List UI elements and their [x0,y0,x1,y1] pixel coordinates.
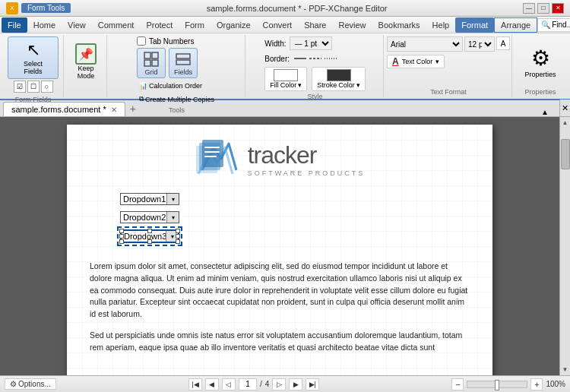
svg-rect-3 [152,60,158,66]
logo-text-area: tracker SOFTWARE PRODUCTS [248,141,366,177]
keep-mode-label: KeepMode [78,65,95,80]
handle-mr [176,234,180,239]
next-page-button[interactable]: ▶ [289,378,302,390]
body-paragraph-1: Lorem ipsum dolor sit amet, consectetur … [90,261,470,321]
tab-close-button[interactable]: ✕ [111,106,117,114]
menu-review[interactable]: Review [332,17,372,33]
menu-format[interactable]: Format [455,17,494,33]
tools-group-label: Tools [169,105,185,114]
stroke-color-button[interactable]: Stroke Color ▾ [312,67,366,91]
tab-numbers-checkbox[interactable] [137,36,146,46]
body-paragraph-2: Sed ut perspiciatis unde omnis iste natu… [90,330,470,354]
dropdown-2[interactable]: Dropdown2 ▾ [120,211,179,223]
dropdown-3-label: Dropdown3 [124,232,166,241]
menu-home[interactable]: Home [27,17,62,33]
font-size-increase-button[interactable]: A [496,36,510,50]
zoom-in-button[interactable]: + [530,378,543,390]
menu-bookmarks[interactable]: Bookmarks [372,17,426,33]
dropdown-3[interactable]: Dropdown3 ▾ [120,229,179,243]
border-label: Border: [264,55,290,63]
dropdown-1-arrow: ▾ [166,194,179,204]
menu-form[interactable]: Form [179,17,211,33]
status-right: − + 100% [451,378,565,390]
text-color-button[interactable]: A Text Color ▾ [387,55,445,68]
ribbon-group-properties: ⚙ Properties Properties [514,35,567,97]
scroll-down-button[interactable]: ▼ [560,364,570,375]
page-number-input[interactable] [239,378,257,390]
menu-file[interactable]: File [2,17,27,33]
svg-rect-5 [176,60,190,65]
select-fields-button[interactable]: ↖ Select Fields [8,36,59,79]
ribbon-collapse-button[interactable]: ▲ [541,108,549,116]
fields-button[interactable]: Fields [169,48,198,78]
fill-color-sublabel: Color [280,81,297,89]
first-page-button[interactable]: |◀ [188,378,202,390]
stroke-color-label: Stroke [317,81,337,89]
options-label: Options... [18,380,51,388]
fill-color-button[interactable]: Fill Color ▾ [264,67,307,91]
options-button[interactable]: ⚙ Options... [5,378,56,390]
menu-convert[interactable]: Convert [257,17,299,33]
svg-rect-0 [144,52,150,58]
prev-page-button[interactable]: ◀ [205,378,219,390]
logo-main-text: tracker [248,141,317,169]
menu-view[interactable]: View [62,17,92,33]
border-row: Border: [264,53,338,64]
prev-button-2[interactable]: ◁ [222,378,236,390]
text-format-group-label: Text Format [430,87,467,96]
title-bar: X Form Tools sample.forms.document * - P… [0,0,570,17]
menu-help[interactable]: Help [426,17,456,33]
stroke-color-dropdown-icon: ▾ [356,81,360,89]
dropdown-2-label: Dropdown2 [123,213,166,222]
width-select[interactable]: — 1 pt [290,36,332,50]
menu-organize[interactable]: Organize [211,17,257,33]
handle-tr [176,229,180,233]
grid-button[interactable]: Grid [137,48,166,78]
keep-mode-button[interactable]: 📌 KeepMode [71,41,100,82]
svg-rect-2 [144,60,150,66]
maximize-button[interactable]: □ [537,3,549,14]
tab-numbers-label: Tab Numbers [149,37,194,46]
menu-share[interactable]: Share [298,17,332,33]
scrollbar-thumb[interactable] [561,139,570,169]
menu-arrange[interactable]: Arrange [494,17,537,33]
page-total: 4 [265,380,270,388]
zoom-out-button[interactable]: − [451,378,464,390]
title-bar-left: X Form Tools [6,2,71,14]
scrollbar-close-button[interactable]: ✕ [559,100,570,116]
scroll-up-button[interactable]: ▲ [560,117,570,128]
dropdown-2-arrow: ▾ [166,212,179,223]
menu-protect[interactable]: Protect [140,17,179,33]
fill-color-swatch [274,69,298,81]
vertical-scrollbar[interactable]: ▲ ▼ [559,117,570,375]
grid-icon [142,50,160,68]
calculation-order-button[interactable]: 📊 Calculation Order [137,81,204,91]
zoom-slider[interactable] [467,381,527,388]
text-color-label: Text Color [402,58,433,65]
next-button-2[interactable]: ▷ [272,378,286,390]
font-family-select[interactable]: Arial [387,36,463,52]
dropdown-2-wrapper: Dropdown2 ▾ [120,211,179,226]
stroke-color-sublabel: Color [338,81,355,89]
menu-bar: File Home View Comment Protect Form Orga… [0,17,570,33]
zoom-level: 100% [546,380,565,388]
close-button[interactable]: ✕ [552,3,564,14]
properties-button[interactable]: ⚙ Properties [518,42,562,82]
new-tab-button[interactable]: + [125,101,141,116]
status-center: |◀ ◀ ◁ / 4 ▷ ▶ ▶| [188,378,319,390]
document-tab[interactable]: sample.forms.document * ✕ [3,102,125,116]
status-bar: ⚙ Options... |◀ ◀ ◁ / 4 ▷ ▶ ▶| − + 100% [0,375,570,392]
create-multiple-copies-button[interactable]: ⧉ Create Multiple Copies [137,93,217,105]
checkbox-icon-1: ☑ [14,81,26,93]
calc-order-icon: 📊 [139,82,147,90]
svg-rect-11 [202,140,223,167]
svg-rect-4 [176,54,190,58]
menu-comment[interactable]: Comment [92,17,141,33]
dropdown-1[interactable]: Dropdown1 ▾ [120,193,179,205]
last-page-button[interactable]: ▶| [306,378,319,390]
minimize-button[interactable]: — [523,3,535,14]
border-style-options [293,53,338,64]
ribbon-group-tools: Tab Numbers Grid [109,35,245,97]
title-bar-controls[interactable]: — □ ✕ [523,3,564,14]
font-size-select[interactable]: 12 pt [464,36,495,52]
